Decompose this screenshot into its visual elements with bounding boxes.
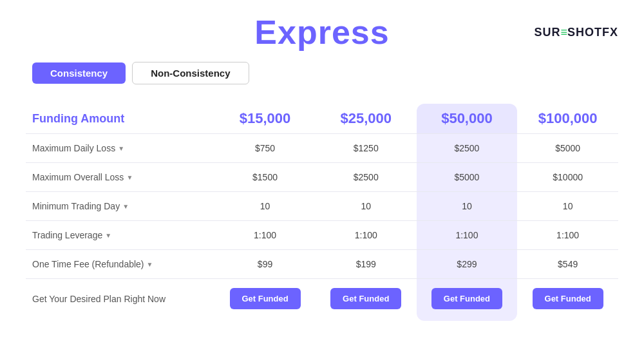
value-cell-r1-c1: $2500 <box>316 163 417 192</box>
chevron-down-icon[interactable]: ▼ <box>147 261 153 268</box>
value-cell-r4-c2: $299 <box>417 250 518 279</box>
table-row: Minimum Trading Day ▼ 10101010 <box>26 192 618 221</box>
row-label-text: Maximum Daily Loss <box>32 143 115 153</box>
tabs-area: Consistency Non-Consistency <box>32 62 618 84</box>
value-cell-r3-c2: 1:100 <box>417 221 518 250</box>
value-cell-r2-c1: 10 <box>316 192 417 221</box>
row-label-1: Maximum Overall Loss ▼ <box>26 163 214 192</box>
row-label-text: One Time Fee (Refundable) <box>32 259 144 269</box>
logo-text-part1: SUR <box>534 26 560 39</box>
header-area: Express SUR ≡ SHOTFX <box>26 13 618 52</box>
table-header-row: Funding Amount $15,000 $25,000 $50,000 $… <box>26 104 618 134</box>
chevron-down-icon[interactable]: ▼ <box>126 174 133 181</box>
cta-cell-c0: Get Funded <box>214 279 316 321</box>
logo-text-part2: SHOTFX <box>567 26 618 39</box>
logo-area: SUR ≡ SHOTFX <box>534 26 618 39</box>
get-funded-button-c0[interactable]: Get Funded <box>230 288 301 309</box>
get-funded-button-c3[interactable]: Get Funded <box>533 288 603 309</box>
value-cell-r2-c0: 10 <box>214 192 316 221</box>
get-funded-button-c1[interactable]: Get Funded <box>330 288 401 309</box>
chevron-down-icon[interactable]: ▼ <box>118 145 124 152</box>
col-header-25k: $25,000 <box>316 104 417 134</box>
page-wrapper: Express SUR ≡ SHOTFX Consistency Non-Con… <box>0 0 644 364</box>
cta-cell-c3: Get Funded <box>517 279 618 321</box>
cta-label: Get Your Desired Plan Right Now <box>26 279 214 321</box>
row-label-text: Maximum Overall Loss <box>32 172 124 182</box>
col-header-50k: $50,000 <box>417 104 518 134</box>
col-header-15k: $15,000 <box>214 104 316 134</box>
value-cell-r0-c3: $5000 <box>517 134 618 163</box>
value-cell-r0-c1: $1250 <box>316 134 417 163</box>
table-row: One Time Fee (Refundable) ▼ $99$199$299$… <box>26 250 618 279</box>
tab-non-consistency[interactable]: Non-Consistency <box>132 62 249 84</box>
get-funded-button-c2[interactable]: Get Funded <box>431 288 502 309</box>
logo-equal-sign: ≡ <box>560 26 567 39</box>
table-row: Maximum Overall Loss ▼ $1500$2500$5000$1… <box>26 163 618 192</box>
col-header-100k: $100,000 <box>517 104 618 134</box>
pricing-table: Funding Amount $15,000 $25,000 $50,000 $… <box>26 104 618 321</box>
value-cell-r2-c3: 10 <box>517 192 618 221</box>
value-cell-r3-c0: 1:100 <box>214 221 316 250</box>
page-title: Express <box>254 13 389 52</box>
chevron-down-icon[interactable]: ▼ <box>122 203 129 210</box>
value-cell-r0-c2: $2500 <box>417 134 518 163</box>
row-label-0: Maximum Daily Loss ▼ <box>26 134 214 163</box>
value-cell-r1-c3: $10000 <box>517 163 618 192</box>
value-cell-r1-c2: $5000 <box>417 163 518 192</box>
value-cell-r3-c3: 1:100 <box>517 221 618 250</box>
row-label-text: Minimum Trading Day <box>32 201 120 211</box>
row-label-2: Minimum Trading Day ▼ <box>26 192 214 221</box>
value-cell-r3-c1: 1:100 <box>316 221 417 250</box>
chevron-down-icon[interactable]: ▼ <box>105 232 111 239</box>
cta-row: Get Your Desired Plan Right NowGet Funde… <box>26 279 618 321</box>
value-cell-r2-c2: 10 <box>417 192 518 221</box>
funding-amount-label: Funding Amount <box>26 104 214 134</box>
row-label-4: One Time Fee (Refundable) ▼ <box>26 250 214 279</box>
row-label-3: Trading Leverage ▼ <box>26 221 214 250</box>
table-row: Trading Leverage ▼ 1:1001:1001:1001:100 <box>26 221 618 250</box>
cta-cell-c2: Get Funded <box>417 279 518 321</box>
value-cell-r4-c3: $549 <box>517 250 618 279</box>
value-cell-r4-c1: $199 <box>316 250 417 279</box>
row-label-text: Trading Leverage <box>32 230 102 240</box>
table-row: Maximum Daily Loss ▼ $750$1250$2500$5000 <box>26 134 618 163</box>
value-cell-r1-c0: $1500 <box>214 163 316 192</box>
value-cell-r0-c0: $750 <box>214 134 316 163</box>
value-cell-r4-c0: $99 <box>214 250 316 279</box>
cta-cell-c1: Get Funded <box>316 279 417 321</box>
tab-consistency[interactable]: Consistency <box>32 62 126 84</box>
